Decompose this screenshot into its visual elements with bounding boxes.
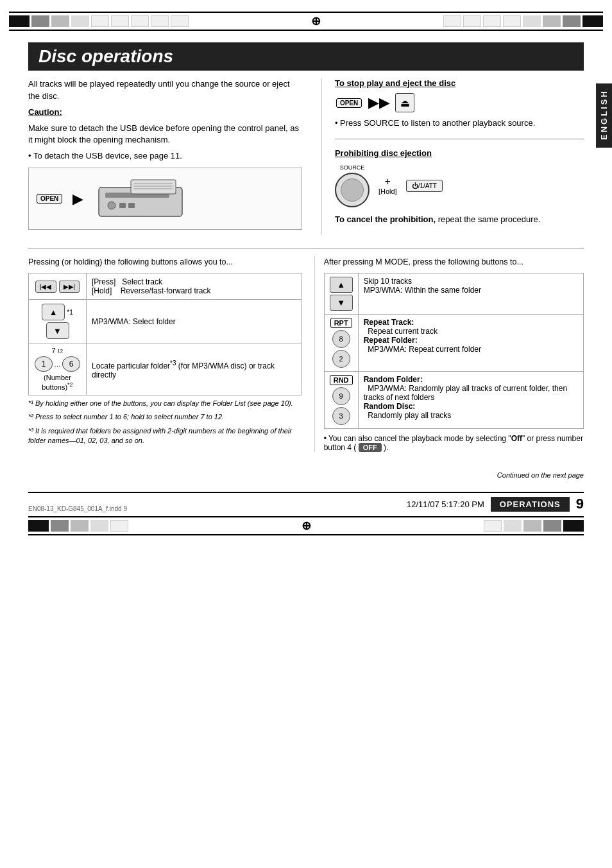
- num-btn-row: 1 … 6: [35, 356, 80, 372]
- svg-rect-2: [131, 180, 176, 194]
- stop-play-heading: To stop play and eject the disc: [335, 78, 584, 88]
- repeat-folder-label: Repeat Folder:: [364, 336, 418, 345]
- caution-label: Caution:: [28, 107, 302, 119]
- skip-icon-cell: ▲ ▼: [324, 273, 358, 315]
- open-disc-diagram: OPEN ▶: [28, 168, 302, 230]
- rnd-actions: Random Folder: MP3/WMA: Randomly play al…: [358, 372, 583, 429]
- caution-text: Make sure to detach the USB device befor…: [28, 123, 302, 147]
- cancel-prohibition-text2: repeat the same procedure.: [438, 214, 541, 224]
- footnote-1: *¹ By holding either one of the buttons,…: [28, 399, 302, 408]
- folder-action-text: MP3/WMA: Select folder: [92, 317, 176, 326]
- rnd-icon-cell: RND 9 3: [324, 372, 358, 429]
- bottom-decorative-bar: ⊕: [28, 516, 584, 535]
- folder-btn-actions: MP3/WMA: Select folder: [87, 300, 302, 343]
- pressing-intro: Pressing (or holding) the following butt…: [28, 256, 302, 268]
- arrow-stop-icon: ▶▶: [368, 94, 390, 111]
- compass-icon: ⊕: [311, 14, 321, 28]
- page-wrapper: ⊕ ENGLISH Disc operations All tracks wil…: [0, 0, 612, 868]
- bottom-section: Pressing (or holding) the following butt…: [28, 256, 584, 452]
- rpt-btn-2: 2: [332, 350, 350, 368]
- mode-table: ▲ ▼ Skip 10 tracksMP3/WMA: Within the sa…: [324, 273, 584, 429]
- rpt-icon-cell: RPT 8 2: [324, 315, 358, 372]
- random-folder-label: Random Folder:: [364, 375, 423, 384]
- operations-label: OPERATIONS: [491, 497, 570, 512]
- divider-1: [335, 139, 584, 139]
- folder-btn-icon-cell: ▲ *1 ▼: [29, 300, 87, 343]
- off-badge: OFF: [359, 443, 382, 452]
- rpt-badge: RPT: [330, 318, 352, 328]
- main-content: Disc operations All tracks will be playe…: [9, 36, 603, 542]
- num-btn-label: (Number buttons)*2: [34, 374, 81, 391]
- rnd-btn-3: 3: [332, 407, 350, 425]
- top-bar-right-blocks: [443, 15, 603, 27]
- open-btn-stop[interactable]: OPEN: [336, 98, 362, 108]
- hold-label: [Hold]: [378, 187, 397, 195]
- track-btn-right: ▶▶|: [59, 281, 80, 293]
- stop-play-section: To stop play and eject the disc OPEN ▶▶ …: [335, 78, 584, 130]
- svg-point-6: [108, 202, 115, 209]
- table-row: |◀◀ ▶▶| [Press] Select track[Hold] Rever…: [29, 273, 302, 300]
- bottom-left: Pressing (or holding) the following butt…: [28, 256, 302, 452]
- skip-actions: Skip 10 tracksMP3/WMA: Within the same f…: [358, 273, 583, 315]
- prohibit-section: Prohibiting disc ejection SOURCE + [Hold…: [335, 148, 584, 226]
- repeat-track-label: Repeat Track:: [364, 318, 414, 327]
- eject-icon: ⏏: [395, 93, 414, 112]
- track-btn-icon-cell: |◀◀ ▶▶|: [29, 273, 87, 300]
- footer-timestamp: 12/11/07 5:17:20 PM: [407, 499, 484, 509]
- num-action-text: Locate particular folder*3 (for MP3/WMA …: [92, 361, 275, 379]
- source-diagram: SOURCE + [Hold] ⏻/1/ATT: [335, 164, 584, 207]
- footnote-marker-1: *1: [67, 309, 72, 316]
- stop-play-note: • Press SOURCE to listen to another play…: [335, 117, 584, 130]
- track-btn-actions: [Press] Select track[Hold] Reverse/fast-…: [87, 273, 302, 300]
- table-row: ▲ *1 ▼ MP3/WMA: Select folder: [29, 300, 302, 343]
- num-btn-row-top: 712: [52, 347, 63, 354]
- track-btn-left: |◀◀: [35, 281, 56, 293]
- left-col: All tracks will be played repeatedly unt…: [28, 78, 302, 235]
- cancel-bullet-text: • You can also cancel the playback mode …: [324, 434, 584, 452]
- table-row: RPT 8 2 Repeat Track: Repeat current tra…: [324, 315, 583, 372]
- att-button[interactable]: ⏻/1/ATT: [406, 180, 443, 192]
- rpt-btn-8: 8: [332, 330, 350, 348]
- page-title: Disc operations: [28, 42, 584, 71]
- ellipsis: …: [54, 360, 61, 368]
- footer-filename: EN08-13_KD-G845_001A_f.indd 9: [28, 505, 127, 512]
- skip-down-btn: ▼: [330, 295, 353, 311]
- cancel-prohibition-text: To cancel the prohibition, repeat the sa…: [335, 214, 584, 226]
- button-table: |◀◀ ▶▶| [Press] Select track[Hold] Rever…: [28, 273, 302, 395]
- continued-text: Continued on the next page: [28, 471, 584, 479]
- main-divider: [28, 248, 584, 248]
- skip-up-btn: ▲: [330, 277, 353, 293]
- table-row: RND 9 3 Random Folder: MP3/WMA: Randomly…: [324, 372, 583, 429]
- footer-area: Continued on the next page EN08-13_KD-G8…: [28, 471, 584, 535]
- track-action-text: [Press] Select track[Hold] Reverse/fast-…: [92, 277, 210, 295]
- top-decorative-bar: ⊕: [9, 12, 603, 31]
- right-col: To stop play and eject the disc OPEN ▶▶ …: [321, 78, 584, 235]
- cancel-note: • You can also cancel the playback mode …: [324, 434, 584, 452]
- page-footer: EN08-13_KD-G845_001A_f.indd 9 12/11/07 5…: [28, 492, 584, 512]
- source-label: SOURCE: [340, 164, 365, 171]
- source-knob-area: SOURCE: [335, 164, 370, 207]
- table-row: 712 1 … 6 (Number buttons)*2: [29, 343, 302, 395]
- num-btn-icon-cell: 712 1 … 6 (Number buttons)*2: [29, 343, 87, 395]
- stop-play-diagram: OPEN ▶▶ ⏏: [335, 93, 584, 112]
- page-number: 9: [576, 496, 584, 512]
- plus-hold-area: + [Hold]: [378, 176, 397, 195]
- intro-text: All tracks will be played repeatedly unt…: [28, 78, 302, 103]
- prohibit-heading: Prohibiting disc ejection: [335, 148, 584, 158]
- rnd-badge: RND: [330, 375, 353, 385]
- source-knob: [335, 173, 370, 207]
- plus-icon: +: [385, 176, 391, 187]
- bottom-right: After pressing M MODE, press the followi…: [314, 256, 584, 452]
- arrow-icon: ▶: [72, 191, 83, 207]
- footnote-2: *² Press to select number 1 to 6; hold t…: [28, 412, 302, 422]
- disc-open-illustration: [92, 175, 189, 223]
- random-disc-label: Random Disc:: [364, 402, 416, 411]
- table-row: ▲ ▼ Skip 10 tracksMP3/WMA: Within the sa…: [324, 273, 583, 315]
- open-button[interactable]: OPEN: [37, 194, 62, 204]
- top-two-col: All tracks will be played repeatedly unt…: [28, 78, 584, 235]
- num-btn-1: 1: [35, 356, 53, 372]
- knob-inner: [341, 178, 364, 202]
- footnote-3: *³ It is required that folders be assign…: [28, 426, 302, 446]
- num-btn-6: 6: [62, 356, 80, 372]
- num-btn-actions: Locate particular folder*3 (for MP3/WMA …: [87, 343, 302, 395]
